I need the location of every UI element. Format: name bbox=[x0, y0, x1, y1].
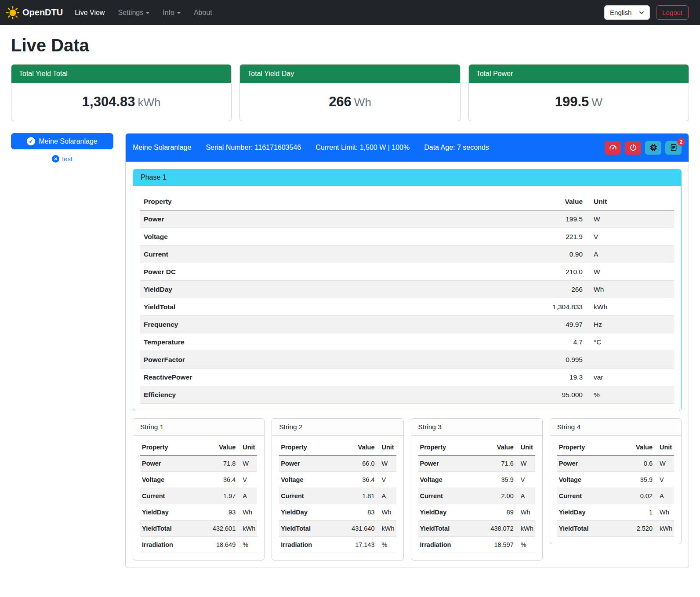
inverter-panel-body: Phase 1 Property Value Unit Power199.5WV… bbox=[126, 162, 689, 568]
row-property: YieldTotal bbox=[140, 521, 195, 537]
row-value: 438.072 bbox=[473, 521, 515, 537]
language-select[interactable]: English bbox=[604, 5, 650, 20]
row-value: 4.7 bbox=[407, 333, 586, 351]
nav-settings[interactable]: Settings bbox=[111, 5, 156, 20]
row-value: 19.3 bbox=[407, 369, 586, 386]
col-unit: Unit bbox=[515, 439, 535, 456]
col-property: Property bbox=[418, 439, 473, 456]
row-property: Current bbox=[557, 488, 618, 504]
table-row: Voltage221.9V bbox=[140, 228, 674, 246]
row-unit: Wh bbox=[237, 504, 257, 521]
row-unit: kWh bbox=[586, 298, 674, 316]
brand-name: OpenDTU bbox=[22, 7, 63, 18]
brand[interactable]: OpenDTU bbox=[6, 6, 63, 19]
table-row: Power71.6W bbox=[418, 456, 535, 472]
event-log-button[interactable]: 2 bbox=[665, 141, 682, 155]
row-value: 93 bbox=[195, 504, 237, 521]
string-title: String 1 bbox=[133, 419, 264, 436]
string-card-body: Property Value Unit Power71.8WVoltage36.… bbox=[133, 436, 264, 560]
table-header-row: Property Value Unit bbox=[140, 439, 257, 456]
table-row: Voltage36.4V bbox=[140, 472, 257, 488]
row-unit: % bbox=[586, 386, 674, 404]
device-info-button[interactable] bbox=[645, 141, 661, 155]
row-unit: W bbox=[377, 456, 396, 472]
string-table-body: Power71.8WVoltage36.4VCurrent1.97AYieldD… bbox=[140, 456, 257, 553]
row-value: 432.601 bbox=[195, 521, 237, 537]
row-property: Temperature bbox=[140, 333, 407, 351]
summary-unit: kWh bbox=[138, 96, 161, 109]
dropdown-caret-icon bbox=[146, 12, 149, 14]
table-row: YieldDay93Wh bbox=[140, 504, 257, 521]
table-row: Power71.8W bbox=[140, 456, 257, 472]
row-property: Power bbox=[418, 456, 473, 472]
serial-number: Serial Number: 116171603546 bbox=[206, 144, 301, 152]
table-row: Efficiency95.000% bbox=[140, 386, 674, 404]
col-value: Value bbox=[617, 439, 654, 456]
row-unit: % bbox=[377, 537, 396, 553]
row-value: 0.90 bbox=[407, 246, 586, 263]
inverter-select-test[interactable]: ✕ test bbox=[11, 155, 113, 163]
row-value: 71.8 bbox=[195, 456, 237, 472]
current-limit: Current Limit: 1,500 W | 100% bbox=[316, 144, 410, 152]
row-value: 2.520 bbox=[617, 521, 654, 537]
col-value: Value bbox=[195, 439, 237, 456]
row-unit: kWh bbox=[377, 521, 396, 537]
table-row: PowerFactor0.995 bbox=[140, 351, 674, 369]
nav-live-view[interactable]: Live View bbox=[68, 5, 111, 20]
table-row: Current0.02A bbox=[557, 488, 674, 504]
summary-cards: Total Yield Total 1,304.83kWh Total Yiel… bbox=[11, 64, 689, 121]
cpu-chip-icon bbox=[649, 144, 657, 152]
summary-value: 266 bbox=[329, 94, 352, 109]
table-row: Current0.90A bbox=[140, 246, 674, 263]
table-row: YieldTotal2.520kWh bbox=[557, 521, 674, 537]
col-unit: Unit bbox=[654, 439, 674, 456]
col-unit: Unit bbox=[237, 439, 257, 456]
row-unit: kWh bbox=[654, 521, 674, 537]
row-value: 1 bbox=[617, 504, 654, 521]
phase-table-body: Power199.5WVoltage221.9VCurrent0.90APowe… bbox=[140, 210, 674, 404]
table-row: YieldDay266Wh bbox=[140, 281, 674, 298]
col-value: Value bbox=[334, 439, 377, 456]
string-table: Property Value Unit Power71.6WVoltage35.… bbox=[418, 439, 535, 553]
row-value: 221.9 bbox=[407, 228, 586, 246]
row-property: Voltage bbox=[557, 472, 618, 488]
row-unit: % bbox=[515, 537, 535, 553]
row-property: Power DC bbox=[140, 263, 407, 281]
nav-settings-label: Settings bbox=[118, 9, 143, 17]
row-unit: Wh bbox=[377, 504, 396, 521]
power-toggle-button[interactable] bbox=[625, 141, 641, 155]
row-property: Frequency bbox=[140, 316, 407, 333]
main-content: Live Data Total Yield Total 1,304.83kWh … bbox=[0, 25, 700, 578]
col-unit: Unit bbox=[377, 439, 396, 456]
row-property: Voltage bbox=[279, 472, 334, 488]
nav-info[interactable]: Info bbox=[156, 5, 187, 20]
row-property: Current bbox=[140, 246, 407, 263]
journal-list-icon bbox=[670, 144, 678, 152]
dropdown-caret-icon bbox=[177, 12, 181, 14]
row-unit: W bbox=[654, 456, 674, 472]
nav-about[interactable]: About bbox=[187, 5, 219, 20]
phase-title: Phase 1 bbox=[133, 169, 681, 186]
row-property: Irradiation bbox=[279, 537, 334, 553]
limit-settings-button[interactable] bbox=[605, 141, 621, 155]
row-property: Current bbox=[140, 488, 195, 504]
row-value: 0.995 bbox=[407, 351, 586, 369]
row-value: 266 bbox=[407, 281, 586, 298]
table-row: YieldTotal1,304.833kWh bbox=[140, 298, 674, 316]
summary-card-body: 266Wh bbox=[240, 83, 460, 121]
panel-action-buttons: 2 bbox=[605, 141, 682, 155]
col-property: Property bbox=[557, 439, 618, 456]
summary-card-total-power: Total Power 199.5W bbox=[468, 64, 689, 121]
summary-value: 1,304.83 bbox=[82, 94, 135, 109]
table-row: Power66.0W bbox=[279, 456, 396, 472]
inverter-select-meine-solaranlage[interactable]: ✓ Meine Solaranlage bbox=[11, 133, 113, 149]
row-property: Voltage bbox=[140, 472, 195, 488]
row-value: 199.5 bbox=[407, 210, 586, 228]
string-table: Property Value Unit Power0.6WVoltage35.9… bbox=[557, 439, 674, 537]
row-value: 35.9 bbox=[473, 472, 515, 488]
content-row: ✓ Meine Solaranlage ✕ test Meine Solaran… bbox=[11, 133, 689, 568]
string-card-2: String 2 Property Value Unit bbox=[272, 418, 403, 561]
row-unit: Wh bbox=[654, 504, 674, 521]
logout-button[interactable]: Logout bbox=[656, 5, 689, 20]
table-header-row: Property Value Unit bbox=[557, 439, 674, 456]
